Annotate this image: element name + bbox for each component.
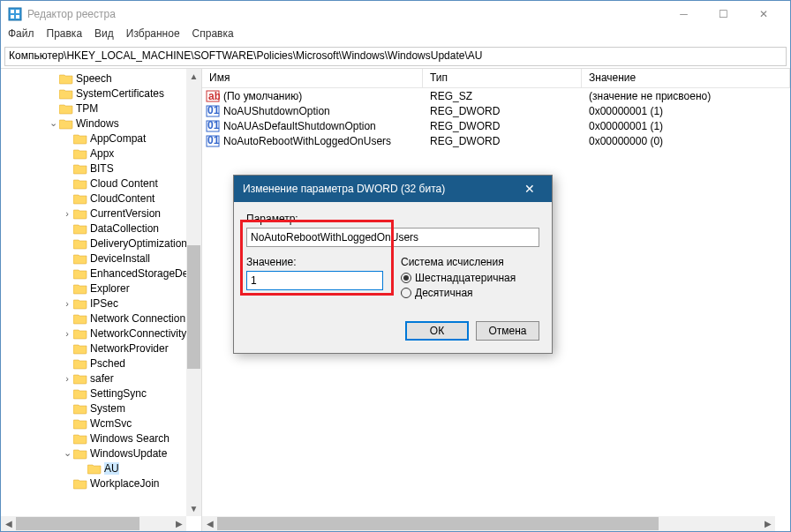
tree-item[interactable]: Speech	[4, 71, 201, 86]
tree-label: SystemCertificates	[76, 87, 164, 100]
menu-file[interactable]: Файл	[8, 27, 34, 45]
ok-button[interactable]: ОК	[405, 321, 469, 341]
tree-label: SettingSync	[90, 387, 147, 400]
tree-item[interactable]: DeliveryOptimization	[4, 236, 201, 251]
tree-item[interactable]: EnhancedStorageDev	[4, 266, 201, 281]
cancel-button[interactable]: Отмена	[476, 321, 539, 341]
tree-item[interactable]: AU	[4, 461, 201, 476]
param-input[interactable]	[246, 228, 539, 247]
tree-scrollbar-h[interactable]: ◀ ▶	[1, 516, 186, 531]
minimize-button[interactable]: ─	[664, 1, 704, 27]
tree-item[interactable]: ›safer	[4, 371, 201, 386]
folder-icon	[73, 387, 87, 400]
tree-item[interactable]: System	[4, 401, 201, 416]
menu-favorites[interactable]: Избранное	[126, 27, 180, 45]
tree-item[interactable]: NetworkProvider	[4, 341, 201, 356]
radio-hex[interactable]: Шестнадцатеричная	[401, 272, 539, 284]
menu-edit[interactable]: Правка	[47, 27, 83, 45]
expand-icon[interactable]: ⌄	[47, 117, 59, 129]
tree-scrollbar-v[interactable]: ▲ ▼	[186, 69, 201, 516]
tree-label: Cloud Content	[90, 177, 158, 190]
col-name[interactable]: Имя	[202, 69, 423, 87]
svg-text:ab: ab	[208, 90, 220, 102]
tree-label: EnhancedStorageDev	[90, 267, 193, 280]
tree-item[interactable]: Explorer	[4, 281, 201, 296]
address-bar[interactable]: Компьютер\HKEY_LOCAL_MACHINE\SOFTWARE\Po…	[4, 47, 787, 66]
tree-item[interactable]: AppCompat	[4, 131, 201, 146]
tree-item[interactable]: SystemCertificates	[4, 86, 201, 101]
tree-item[interactable]: WcmSvc	[4, 416, 201, 431]
list-row[interactable]: 011NoAutoRebootWithLoggedOnUsersREG_DWOR…	[202, 133, 790, 148]
tree-item[interactable]: Appx	[4, 146, 201, 161]
folder-icon	[73, 447, 87, 460]
dialog-close-button[interactable]: ✕	[516, 182, 543, 196]
expand-icon[interactable]: ›	[61, 208, 73, 219]
expand-icon[interactable]: ›	[61, 328, 73, 339]
col-type[interactable]: Тип	[423, 69, 582, 87]
menu-help[interactable]: Справка	[192, 27, 234, 45]
dialog-titlebar[interactable]: Изменение параметра DWORD (32 бита) ✕	[234, 176, 552, 202]
list-row[interactable]: 011NoAUAsDefaultShutdownOptionREG_DWORD0…	[202, 118, 790, 133]
folder-icon	[73, 327, 87, 340]
radio-dec[interactable]: Десятичная	[401, 287, 539, 299]
close-button[interactable]: ✕	[743, 1, 783, 27]
scrollbar-thumb[interactable]	[217, 517, 659, 530]
scroll-up-icon[interactable]: ▲	[186, 69, 201, 84]
tree-item[interactable]: SettingSync	[4, 386, 201, 401]
expand-icon[interactable]: ›	[61, 298, 73, 309]
scroll-down-icon[interactable]: ▼	[186, 501, 201, 516]
maximize-button[interactable]: ☐	[704, 1, 743, 27]
tree-panel: SpeechSystemCertificatesTPM⌄WindowsAppCo…	[1, 69, 202, 531]
tree-item[interactable]: DataCollection	[4, 221, 201, 236]
tree-item[interactable]: WorkplaceJoin	[4, 476, 201, 491]
tree-item[interactable]: ›NetworkConnectivity	[4, 326, 201, 341]
tree-item[interactable]: BITS	[4, 161, 201, 176]
param-label: Параметр:	[246, 213, 539, 225]
tree-item[interactable]: Network Connection	[4, 311, 201, 326]
tree-item[interactable]: CloudContent	[4, 191, 201, 206]
scrollbar-thumb[interactable]	[187, 245, 200, 369]
folder-icon	[73, 147, 87, 160]
tree-label: DataCollection	[90, 222, 159, 235]
scrollbar-thumb[interactable]	[16, 517, 139, 530]
tree-item[interactable]: ›CurrentVersion	[4, 206, 201, 221]
tree-label: DeviceInstall	[90, 252, 150, 265]
tree-item[interactable]: Psched	[4, 356, 201, 371]
scroll-left-icon[interactable]: ◀	[202, 516, 217, 531]
col-value[interactable]: Значение	[582, 69, 790, 87]
expand-icon[interactable]: ›	[61, 373, 73, 384]
radio-dec-label: Десятичная	[415, 287, 473, 299]
scroll-right-icon[interactable]: ▶	[171, 516, 186, 531]
scroll-left-icon[interactable]: ◀	[1, 516, 16, 531]
value-input[interactable]	[246, 271, 383, 290]
expand-icon[interactable]: ⌄	[61, 447, 73, 459]
cell-type: REG_DWORD	[423, 120, 582, 132]
svg-text:011: 011	[207, 134, 220, 146]
tree-label: System	[90, 402, 125, 415]
menu-view[interactable]: Вид	[94, 27, 114, 45]
list-row[interactable]: ab(По умолчанию)REG_SZ(значение не присв…	[202, 88, 790, 103]
tree-label: IPSec	[90, 297, 118, 310]
list-row[interactable]: 011NoAUShutdownOptionREG_DWORD0x00000001…	[202, 103, 790, 118]
svg-rect-1	[11, 10, 14, 13]
folder-icon	[59, 72, 73, 85]
folder-icon	[73, 402, 87, 415]
tree-item[interactable]: ›IPSec	[4, 296, 201, 311]
tree-item[interactable]: ⌄Windows	[4, 116, 201, 131]
folder-icon	[87, 462, 102, 475]
tree-item[interactable]: TPM	[4, 101, 201, 116]
tree-label: Speech	[76, 72, 112, 85]
tree-item[interactable]: ⌄WindowsUpdate	[4, 446, 201, 461]
tree-item[interactable]: DeviceInstall	[4, 251, 201, 266]
folder-icon	[73, 222, 87, 235]
tree-item[interactable]: Cloud Content	[4, 176, 201, 191]
tree-label: WindowsUpdate	[90, 447, 167, 460]
list-scrollbar-h[interactable]: ◀ ▶	[202, 516, 775, 531]
tree-label: WcmSvc	[90, 417, 132, 430]
scroll-right-icon[interactable]: ▶	[760, 516, 775, 531]
folder-icon	[73, 432, 87, 445]
tree-label: NetworkConnectivity	[90, 327, 186, 340]
edit-dword-dialog: Изменение параметра DWORD (32 бита) ✕ Па…	[233, 175, 553, 354]
tree-item[interactable]: Windows Search	[4, 431, 201, 446]
svg-text:011: 011	[207, 119, 220, 131]
